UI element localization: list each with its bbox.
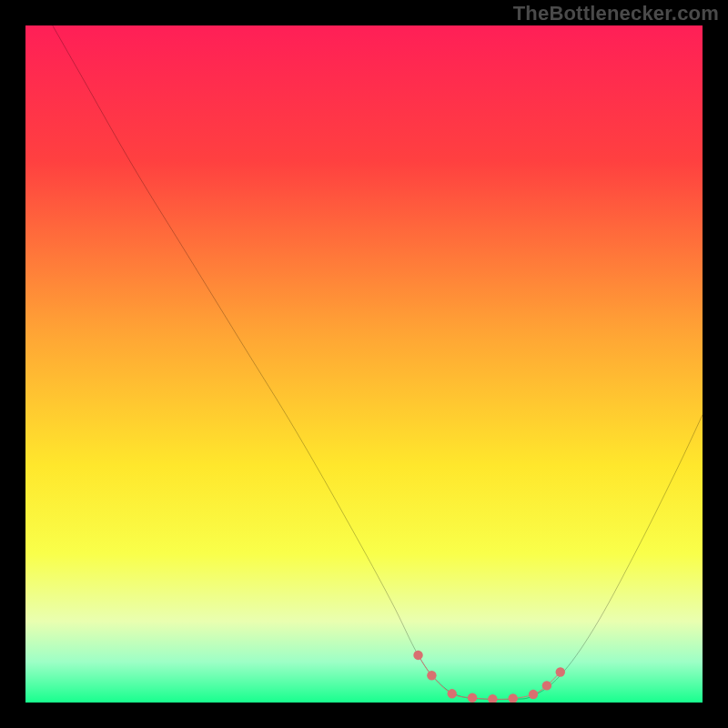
marker-dot <box>508 693 517 703</box>
marker-dot <box>556 667 565 676</box>
plot-area <box>25 25 703 703</box>
chart-frame: TheBottlenecker.com <box>0 0 728 728</box>
watermark-text: TheBottlenecker.com <box>513 2 719 25</box>
marker-dot <box>488 694 497 703</box>
optimal-range-markers <box>413 651 565 703</box>
bottleneck-curve <box>53 25 703 700</box>
marker-dot <box>468 693 477 703</box>
optimal-range-stroke <box>419 655 561 699</box>
marker-dot <box>427 671 436 680</box>
marker-dot <box>448 689 457 698</box>
marker-dot <box>413 651 422 660</box>
marker-dot <box>529 690 538 699</box>
curve-layer <box>25 25 703 703</box>
marker-dot <box>542 681 551 690</box>
